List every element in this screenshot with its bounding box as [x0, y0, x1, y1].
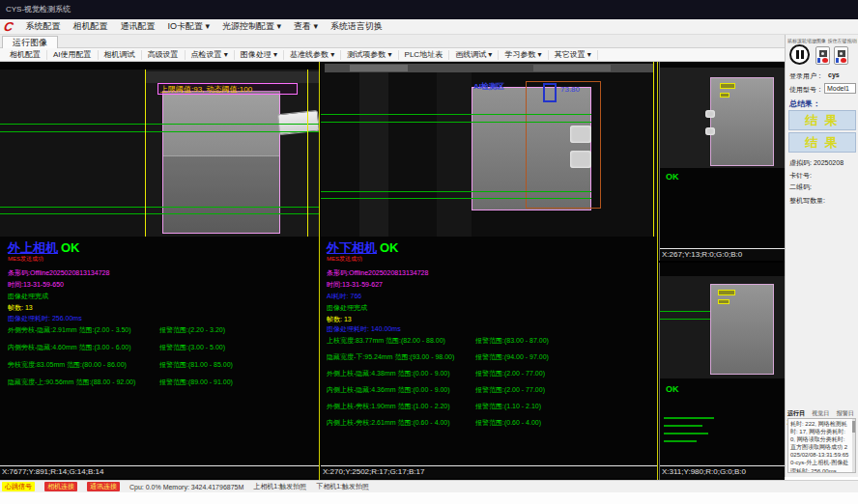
measure-line [0, 124, 320, 125]
tool-learn-params[interactable]: 学习参数 ▾ [499, 50, 548, 60]
view-separator [657, 62, 658, 480]
tiny-log-line [664, 433, 708, 434]
alarm-range: 报警范围:(2.20 - 3.20) [159, 325, 225, 335]
tool-image-processing[interactable]: 图像处理 ▾ [235, 50, 284, 60]
tab-run-image[interactable]: 运行图像 [2, 36, 58, 48]
measure-line [321, 191, 591, 192]
red-alert-dot [822, 58, 828, 63]
overlay-tag [720, 93, 729, 98]
measurement-value: 旁枝宽度:83.05mm 范围:(80.00 - 86.00) [8, 360, 127, 370]
comm-connection-badge: 通讯连接 [87, 482, 120, 491]
alarm-range: 报警范围:(83.00 - 87.00) [475, 336, 549, 346]
ai-detection-value: 73.80 [560, 85, 580, 94]
result-ok-badge: OK [666, 172, 679, 182]
overlay-tag [718, 290, 735, 295]
tool-advanced-settings[interactable]: 高级设置 [142, 50, 186, 60]
elapsed-text: 图像处理耗时: 256.00ms [8, 314, 82, 323]
left-camera-image[interactable]: 上限阈值:93, 动态阈值:100 [0, 70, 320, 237]
alarm-range: 报警范围:(2.00 - 77.00) [475, 369, 545, 378]
log-text-area[interactable]: 耗时: 222, 网络检测耗时: 17, 网络分类耗时: 0, 网络读取分类耗时… [787, 418, 856, 473]
ai-detection-box [543, 83, 557, 102]
menu-language-switch[interactable]: 系统语言切换 [330, 20, 383, 33]
tiny-log-line [664, 417, 714, 419]
tool-spot-check[interactable]: 点检设置 ▾ [186, 50, 235, 60]
camera-toggle-button-2[interactable] [834, 46, 848, 65]
pixel-coords-readout: X:270;Y:2502;R:17;G:17;B:17 [321, 465, 657, 478]
top-camera-trigger-status: 上相机1:触发拍照 [253, 482, 306, 491]
bottom-camera-trigger-status: 下相机1:触发拍照 [316, 482, 369, 491]
process-done-text: 图像处理完成 [327, 303, 367, 313]
tool-camera-debug[interactable]: 相机调试 [99, 50, 142, 60]
pixel-coords-readout: X:267;Y:13;R:0;G:0;B:0 [660, 248, 785, 261]
reflective-feature [705, 127, 715, 135]
menu-system-config[interactable]: 系统配置 [25, 20, 60, 33]
tool-other-settings[interactable]: 其它设置 ▾ [549, 50, 598, 60]
small-top-camera-image[interactable] [660, 68, 785, 168]
menu-light-control[interactable]: 光源控制配置 ▾ [222, 20, 281, 33]
login-user-label: 登录用户： [789, 71, 823, 81]
view-separator [319, 62, 320, 480]
virtual-code-label: 虚拟码: 20250208 [789, 158, 844, 168]
tool-camera-config[interactable]: 相机配置 [4, 50, 47, 60]
model-input[interactable]: Model1 [824, 83, 856, 94]
result-ok-badge: OK [666, 384, 679, 394]
time-text: 时间:13-31-59-627 [327, 280, 383, 290]
log-scrollbar-thumb[interactable] [852, 421, 855, 433]
status-bar: 心跳信号 相机连接 通讯连接 Cpu: 0.0% Memory: 3424.41… [0, 480, 858, 492]
left-camera-view: 上限阈值:93, 动态阈值:100 外上相机OK MES发送成功 条形码:Off… [0, 62, 320, 480]
menu-bar: C 系统配置 相机配置 通讯配置 IO卡配置 ▾ 光源控制配置 ▾ 查看 ▾ 系… [0, 19, 858, 35]
measure-line [0, 207, 320, 208]
tool-baseline-params[interactable]: 基准线参数 ▾ [284, 50, 341, 60]
pause-button[interactable] [789, 44, 810, 65]
measurement-value: 外侧上枝-旁枝:1.90mm 范围:(1.00 - 2.20) [327, 402, 450, 411]
small-bottom-camera-image[interactable] [660, 276, 785, 378]
menu-camera-config[interactable]: 相机配置 [72, 20, 107, 33]
blue-indicator [817, 58, 820, 63]
pixel-coords-readout: X:311;Y:980;R:0;G:0;B:0 [660, 465, 785, 478]
frame-count: 帧数: 13 [8, 303, 33, 313]
heartbeat-status-badge: 心跳信号 [2, 482, 35, 491]
menu-view[interactable]: 查看 ▾ [294, 20, 318, 33]
camera-toggle-button-1[interactable] [815, 46, 830, 65]
alarm-range: 报警范围:(3.00 - 5.00) [159, 343, 225, 352]
app-logo-icon: C [3, 20, 14, 34]
reflective-feature [705, 110, 715, 118]
camera-name: 外下相机 [327, 240, 377, 255]
tool-plc-address[interactable]: PLC地址表 [399, 50, 450, 60]
measurement-value: 上枝宽度:83.77mm 范围:(82.00 - 88.00) [327, 336, 445, 346]
right-control-panel: 鼠标滚轮缩放图像 按住左键拖动图像 登录用户： cys 使用型号： Model1… [785, 35, 858, 477]
tool-test-params[interactable]: 测试项参数 ▾ [341, 50, 398, 60]
small-top-camera-view: OK X:267;Y:13;R:0;G:0;B:0 [659, 62, 785, 261]
elapsed-text: 图像处理耗时: 140.00ms [327, 324, 401, 334]
tool-ai-config[interactable]: AI使用配置 [47, 50, 99, 60]
cpu-memory-readout: Cpu: 0.0% Memory: 3424.41796875M [129, 484, 243, 490]
menu-io-config[interactable]: IO卡配置 ▾ [167, 20, 210, 33]
measure-line [0, 213, 320, 214]
tool-line-debug[interactable]: 画线调试 ▾ [449, 50, 499, 60]
ai-region-label: AI检测区 [473, 81, 504, 92]
alarm-range: 报警范围:(81.00 - 85.00) [159, 360, 233, 370]
camera-icon [819, 50, 827, 57]
measure-line [321, 114, 591, 115]
pixel-coords-readout: X:7677;Y:891;R:14;G:14;B:14 [0, 465, 320, 478]
result-display-top: 结 果 [788, 110, 856, 130]
log-scrollbar[interactable] [852, 419, 855, 472]
measurement-value: 隐藏宽度-下:95.24mm 范围:(93.00 - 98.00) [327, 352, 454, 362]
menu-comm-config[interactable]: 通讯配置 [120, 20, 155, 33]
barcode-text: 条形码:Offline2025020813134728 [327, 268, 428, 278]
pause-icon [796, 50, 799, 59]
machine-shadow [0, 70, 145, 237]
machine-rail-segment [350, 65, 408, 71]
app-window: CYS-视觉检测系统 C 系统配置 相机配置 通讯配置 IO卡配置 ▾ 光源控制… [0, 0, 858, 504]
measure-line [0, 131, 320, 132]
measure-line [321, 122, 591, 123]
middle-camera-image[interactable]: 73.80 AI检测区 [321, 62, 657, 237]
mouse-hint-text: 鼠标滚轮缩放图像 按住左键拖动图像 [787, 38, 857, 43]
login-user-value: cys [828, 71, 840, 78]
barcode-text: 条形码:Offline2025020813134728 [8, 268, 109, 278]
mes-status: MES发送成功 [327, 255, 362, 264]
part-lower-shade [163, 155, 279, 233]
machine-rail-segment [533, 65, 611, 71]
tab-strip: 运行图像 [0, 35, 785, 48]
pin-number-label: 卡针号: [789, 171, 812, 181]
